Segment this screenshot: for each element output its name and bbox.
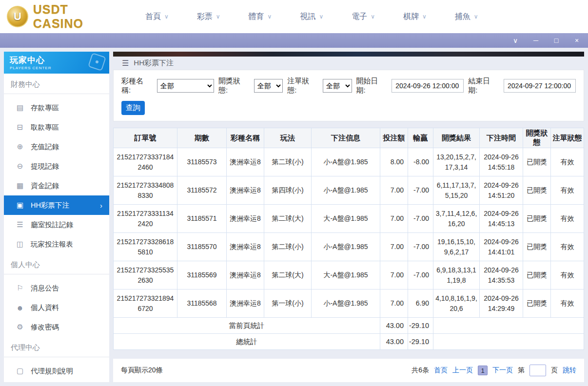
sidebar-item-profile[interactable]: ☻ 個人資料 <box>4 298 109 317</box>
draw-result-cell: 4,10,8,16,1,9,20,6 <box>433 290 480 318</box>
draw-status-select[interactable]: 全部 <box>254 79 283 93</box>
play-cell: 第四球(小) <box>264 176 312 205</box>
jump-page-input[interactable] <box>529 365 546 376</box>
table-body: 2152172733371842460 31185573 澳洲幸运8 第二球(小… <box>114 148 584 318</box>
grand-total-empty <box>433 334 584 350</box>
lottery-ticket-icon: ▣ <box>16 201 24 210</box>
nav-menu-item[interactable]: 棋牌 ∨ <box>403 12 427 22</box>
window-maximize-icon[interactable]: □ <box>553 37 560 44</box>
current-page-button[interactable]: 1 <box>478 366 488 375</box>
nav-menu-item[interactable]: 首頁 ∨ <box>145 12 169 22</box>
first-page-link[interactable]: 首页 <box>434 366 448 375</box>
bet-time-cell: 2024-09-26 14:51:20 <box>480 176 523 205</box>
breadcrumb: ☰ HH彩票下注 <box>113 57 584 70</box>
nav-menu-item[interactable]: 體育 ∨ <box>249 12 272 22</box>
table-row: 2152172733286185810 31185570 澳洲幸运8 第二球(小… <box>114 233 584 261</box>
sidebar-item-label: 充值記錄 <box>31 142 59 152</box>
nav-menu-item[interactable]: 彩票 ∨ <box>197 12 220 22</box>
draw-status-cell: 已開獎 <box>523 233 551 261</box>
bet-amount-cell: 7.00 <box>380 233 408 261</box>
page-total-label: 當前頁統計 <box>114 318 380 334</box>
lottery-name-select[interactable]: 全部 <box>157 79 214 93</box>
order-status-label: 注單狀態: <box>287 77 318 95</box>
nav-menu-item[interactable]: 視訊 ∨ <box>300 12 323 22</box>
bet-info-cell: 小-A盤@1.985 <box>312 148 380 176</box>
search-button[interactable]: 查詢 <box>121 101 145 115</box>
order-status-select[interactable]: 全部 <box>323 79 352 93</box>
section-agent-center: 代理中心 <box>4 337 109 357</box>
lottery-cell: 澳洲幸运8 <box>227 261 264 290</box>
bet-amount-cell: 7.00 <box>380 261 408 290</box>
sidebar-item-announcements[interactable]: ⚐ 消息公告 <box>4 278 109 298</box>
bet-info-cell: 大-A盤@1.985 <box>312 261 380 290</box>
chevron-right-icon: › <box>100 201 102 210</box>
next-page-link[interactable]: 下一页 <box>492 366 513 375</box>
draw-result-cell: 19,16,15,10,9,6,2,17 <box>433 233 480 261</box>
sidebar-item-label: 提現記錄 <box>31 162 59 171</box>
draw-status-cell: 已開獎 <box>523 176 551 205</box>
bet-time-cell: 2024-09-26 14:41:01 <box>480 233 523 261</box>
start-date-input[interactable] <box>392 79 464 93</box>
sidebar-item-label: HH彩票下注 <box>31 201 69 210</box>
page-total-amount: 43.00 <box>380 318 408 334</box>
grand-total-label: 總統計 <box>114 334 380 350</box>
nav-menu-item[interactable]: 電子 ∨ <box>352 12 375 22</box>
window-minimize-icon[interactable]: ─ <box>532 37 539 44</box>
nav-menu-item[interactable]: 捕魚 ∨ <box>455 12 478 22</box>
lottery-name-label: 彩種名稱: <box>121 77 153 95</box>
bet-time-cell: 2024-09-26 14:45:13 <box>480 205 523 233</box>
table-row: 2152172733218946720 31185568 澳洲幸运8 第一球(小… <box>114 290 584 318</box>
sidebar-item-change-password[interactable]: ⚙ 修改密碼 <box>4 317 109 337</box>
bet-time-cell: 2024-09-26 14:35:53 <box>480 261 523 290</box>
sidebar-item-withdraw[interactable]: ⊟ 取款專區 <box>4 117 109 137</box>
per-page-text: 每頁顯示20條 <box>121 366 163 375</box>
draw-result-cell: 6,9,18,3,13,11,19,8 <box>433 261 480 290</box>
lottery-cell: 澳洲幸运8 <box>227 176 264 205</box>
recharge-record-icon: ⊕ <box>16 142 24 151</box>
bets-table-card: 訂單號 期數 彩種名稱 玩法 下注信息 投注額 輸贏 <box>113 128 584 350</box>
window-close-icon[interactable]: × <box>573 37 580 44</box>
prev-page-link[interactable]: 上一页 <box>452 366 473 375</box>
period-cell: 31185573 <box>177 148 227 176</box>
sidebar-item-deposit[interactable]: ▤ 存款專區 <box>4 98 109 117</box>
sidebar-item-hh-lottery-bets[interactable]: ▣ HH彩票下注 › <box>4 195 109 215</box>
bet-amount-cell: 7.00 <box>380 176 408 205</box>
win-loss-cell: -7.00 <box>408 176 433 205</box>
column-header: 訂單號 <box>114 128 177 148</box>
sidebar-item-label: 玩家投注報表 <box>31 240 73 249</box>
sidebar-item-agent-rules[interactable]: ▢ 代理規則說明 <box>4 361 109 381</box>
bet-amount-cell: 8.00 <box>380 148 408 176</box>
sidebar-item-fund-record[interactable]: ▦ 資金記錄 <box>4 176 109 195</box>
column-header: 投注額 <box>380 128 408 148</box>
chevron-down-icon: ∨ <box>164 13 169 20</box>
bet-time-cell: 2024-09-26 14:55:18 <box>480 148 523 176</box>
lottery-cell: 澳洲幸运8 <box>227 148 264 176</box>
draw-status-cell: 已開獎 <box>523 290 551 318</box>
draw-status-cell: 已開獎 <box>523 205 551 233</box>
column-header: 注單狀態 <box>551 128 584 148</box>
document-icon: ▢ <box>16 367 24 375</box>
window-collapse-icon[interactable]: ∨ <box>512 37 519 44</box>
order-no-cell: 2152172733218946720 <box>114 290 177 318</box>
period-cell: 31185570 <box>177 233 227 261</box>
gear-icon: ⚙ <box>16 323 24 331</box>
sidebar-item-recharge-record[interactable]: ⊕ 充值記錄 <box>4 137 109 156</box>
jump-button[interactable]: 跳转 <box>563 366 576 375</box>
bet-info-cell: 小-A盤@1.985 <box>312 233 380 261</box>
bet-info-cell: 小-A盤@1.985 <box>312 176 380 205</box>
order-no-cell: 2152172733286185810 <box>114 233 177 261</box>
order-status-cell: 有效 <box>551 290 584 318</box>
sidebar-item-withdrawal-record[interactable]: ⊖ 提現記錄 <box>4 156 109 176</box>
end-date-input[interactable] <box>504 79 576 93</box>
sidebar-header: 玩家中心 PLAYERS CENTER <box>4 52 109 74</box>
sidebar: 玩家中心 PLAYERS CENTER 財務中心 ▤ 存款專區 ⊟ 取款專區 ⊕… <box>4 52 109 382</box>
nav-menu-label: 視訊 <box>300 12 315 22</box>
order-status-cell: 有效 <box>551 261 584 290</box>
logo-text: USDT CASINO <box>33 2 122 31</box>
hamburger-icon[interactable]: ☰ <box>122 58 129 68</box>
nav-menu-label: 彩票 <box>197 12 213 22</box>
bet-info-cell: 小-A盤@1.985 <box>312 290 380 318</box>
order-status-cell: 有效 <box>551 176 584 205</box>
sidebar-item-room-bet-record[interactable]: ☰ 廳室投註記錄 <box>4 215 109 234</box>
sidebar-item-player-bet-report[interactable]: ◫ 玩家投注報表 <box>4 234 109 254</box>
